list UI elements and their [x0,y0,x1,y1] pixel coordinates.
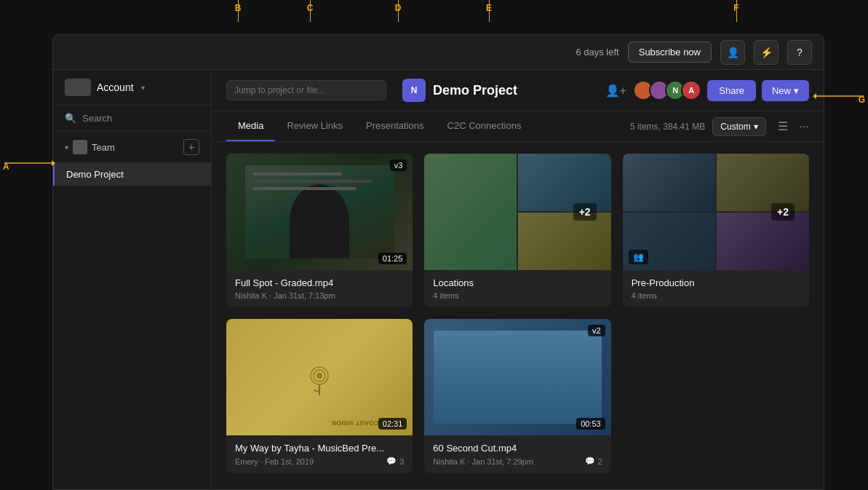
sidebar-team-row: ▾ Team + [53,132,211,163]
svg-line-4 [314,390,319,392]
annotation-a-arrow [4,160,55,166]
tab-review-links[interactable]: Review Links [275,111,354,141]
media-name-my-way: My Way by Tayha - MusicBed Pre... [235,443,404,454]
media-card-locations[interactable]: +2 Locations 4 items [424,154,610,307]
plus-badge-locations: +2 [573,203,597,221]
tab-media[interactable]: Media [226,111,275,141]
comment-count-60sec: 💬 2 [585,457,602,466]
team-name: Team [92,142,115,153]
annotation-f: F [733,3,738,13]
bolt-icon: ⚡ [760,47,773,58]
media-items-count: 4 items [433,291,458,300]
media-meta-full-spot: Nishita K · Jan 31st, 7:13pm [235,291,404,300]
help-icon-button[interactable]: ? [787,40,812,65]
thumb-pp-2 [717,154,809,211]
sidebar-team-left: ▾ Team [65,140,115,154]
tabs-right: 5 items, 384.41 MB Custom ▾ ☰ ··· [630,116,809,136]
annotation-b: B [235,3,242,13]
tab-presentations[interactable]: Presentations [354,111,436,141]
media-meta-my-way: Emery · Feb 1st, 2019 💬 3 [235,457,404,466]
custom-label: Custom [720,122,750,132]
custom-sort-button[interactable]: Custom ▾ [712,117,765,136]
annotation-e: E [486,3,492,13]
thumb-pp-4 [717,213,809,270]
annotation-g: G [859,95,865,105]
preprod-items-count: 4 items [632,291,657,300]
search-label: Search [82,113,112,124]
add-member-button[interactable]: 👤+ [604,79,627,102]
media-name-60sec: 60 Second Cut.mp4 [433,443,602,454]
subscribe-button[interactable]: Subscribe now [628,42,712,63]
media-meta-60sec: Nishita K · Jan 31st, 7:29pm 💬 2 [433,457,602,466]
project-header-left: N Demo Project [226,79,517,102]
comment-num-60sec: 2 [598,457,602,466]
media-name-pre-production: Pre-Production [632,277,800,288]
new-button[interactable]: New ▾ [762,80,809,101]
duration-badge: 01:25 [378,253,407,264]
custom-chevron-icon: ▾ [754,122,758,132]
media-thumb-full-spot: v3 01:25 [226,154,413,270]
team-logo [73,140,87,154]
annotation-ticks: B C D E F [0,0,868,34]
thumb-loc-2 [518,154,610,211]
sidebar-search[interactable]: 🔍 Search [53,106,211,132]
list-icon: ☰ [778,120,788,133]
account-label: Account [97,82,134,93]
comment-count-myway: 💬 3 [386,457,404,466]
media-card-my-way[interactable]: A WEST COAST VISION 02:31 My Way by Tayh… [226,319,413,473]
tab-c2c-connections[interactable]: C2C Connections [436,111,533,141]
rose-icon [298,355,341,399]
media-card-pre-production[interactable]: 👥 +2 Pre-Production 4 items [623,154,809,307]
comment-icon: 💬 [386,457,397,466]
version-badge-v3: v3 [390,159,407,171]
list-view-button[interactable]: ☰ [773,116,792,136]
ellipsis-icon: ··· [800,120,809,133]
items-info: 5 items, 384.41 MB [630,122,705,132]
new-chevron-icon: ▾ [794,85,799,96]
media-info-pre-production: Pre-Production 4 items [623,270,809,307]
media-card-60sec[interactable]: v2 00:53 60 Second Cut.mp4 Nishita K · J… [424,319,610,473]
jump-bar [226,80,386,100]
media-author-date: Nishita K · Jan 31st, 7:13pm [235,291,335,300]
media-info-my-way: My Way by Tayha - MusicBed Pre... Emery … [226,435,413,473]
app-container: B C D E F 6 days left Subscribe now 👤 ⚡ … [0,0,868,490]
more-options-button[interactable]: ··· [800,120,809,133]
comment-num: 3 [399,457,404,466]
topbar: 6 days left Subscribe now 👤 ⚡ ? [53,35,824,70]
content-area: N Demo Project 👤+ N A Share [212,70,824,489]
search-icon: 🔍 [65,113,76,124]
thumb-figure [290,184,349,258]
thumb-graded-inner [245,165,394,258]
media-thumb-pre-production: 👥 +2 [623,154,809,270]
annotation-d: D [395,3,402,13]
plus-badge-preprod: +2 [771,203,795,221]
user-icon-button[interactable]: 👤 [720,40,745,65]
media-grid: v3 01:25 Full Spot - Graded.mp4 Nishita … [212,142,824,489]
thumb-loc-1 [424,154,517,270]
add-member-icon: 👤+ [605,84,626,98]
annotation-a: A [3,162,9,172]
sidebar: Account ▾ 🔍 Search ▾ Team + [53,70,212,489]
add-team-button[interactable]: + [183,139,199,155]
share-button[interactable]: Share [707,80,756,101]
media-name-full-spot: Full Spot - Graded.mp4 [235,277,404,288]
media-author-date-myway: Emery · Feb 1st, 2019 [235,457,314,466]
sidebar-item-demo-project[interactable]: Demo Project [53,163,211,186]
svg-point-2 [316,373,322,379]
media-meta-pre-production: 4 items [632,291,800,300]
media-thumb-60sec: v2 00:53 [424,319,610,435]
comment-icon-60sec: 💬 [585,457,595,466]
tabs-left: Media Review Links Presentations C2C Con… [226,111,533,141]
media-name-locations: Locations [433,277,602,288]
duration-60sec: 00:53 [576,418,605,430]
jump-input[interactable] [226,80,386,100]
bolt-icon-button[interactable]: ⚡ [754,40,779,65]
new-label: New [772,85,791,96]
sidebar-account[interactable]: Account ▾ [53,70,211,106]
plus-icon: + [188,141,194,153]
project-header-right: 👤+ N A Share New ▾ [604,79,809,102]
project-header: N Demo Project 👤+ N A Share [212,70,824,111]
media-thumb-locations: +2 [424,154,610,270]
media-card-full-spot[interactable]: v3 01:25 Full Spot - Graded.mp4 Nishita … [226,154,413,307]
thumb-loc-3 [518,213,610,270]
